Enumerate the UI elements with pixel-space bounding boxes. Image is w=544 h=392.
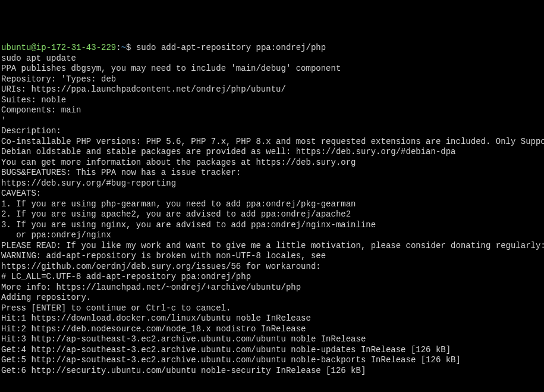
output-line: PLEASE READ: If you like my work and wan… (1, 241, 543, 252)
output-line: ' (1, 116, 543, 127)
output-line: Press [ENTER] to continue or Ctrl-c to c… (1, 303, 543, 314)
output-line: 3. If you are using nginx, you are advis… (1, 220, 543, 231)
output-line: PPA publishes dbgsym, you may need to in… (1, 64, 543, 74)
prompt-at: @ (31, 43, 36, 52)
output-line: https://deb.sury.org/#bug-reporting (1, 178, 543, 189)
output-line: WARNING: add-apt-repository is broken wi… (1, 251, 543, 262)
prompt-host: ip-172-31-43-229 (36, 43, 116, 52)
terminal-output: sudo apt updatePPA publishes dbgsym, you… (1, 54, 543, 377)
output-line: BUGS&FEATURES: This PPA now has a issue … (1, 168, 543, 178)
output-line: 1. If you are using php-gearman, you nee… (1, 199, 543, 210)
output-line: Hit:2 https://deb.nodesource.com/node_18… (1, 324, 543, 335)
output-line: Debian oldstable and stable packages are… (1, 147, 543, 158)
output-line: Adding repository. (1, 293, 543, 303)
output-line: or ppa:ondrej/nginx (1, 230, 543, 241)
output-line: Hit:1 https://download.docker.com/linux/… (1, 313, 543, 324)
output-line: Hit:3 http://ap-southeast-3.ec2.archive.… (1, 334, 543, 345)
prompt-path: ~ (121, 43, 126, 52)
output-line: Get:5 http://ap-southeast-3.ec2.archive.… (1, 355, 543, 366)
prompt-user: ubuntu (1, 43, 31, 52)
output-line: You can get more information about the p… (1, 158, 543, 168)
output-line: Get:4 http://ap-southeast-3.ec2.archive.… (1, 345, 543, 356)
typed-command: sudo add-apt-repository ppa:ondrej/php (136, 43, 326, 52)
output-line: https://github.com/oerdnj/deb.sury.org/i… (1, 262, 543, 272)
output-line: More info: https://launchpad.net/~ondrej… (1, 283, 543, 293)
output-line: Suites: noble (1, 95, 543, 106)
output-line: Components: main (1, 105, 543, 116)
output-line: Get:6 http://security.ubuntu.com/ubuntu … (1, 366, 543, 377)
output-line: URIs: https://ppa.launchpadcontent.net/o… (1, 84, 543, 95)
output-line: 2. If you are using apache2, you are adv… (1, 209, 543, 220)
output-line: sudo apt update (1, 54, 543, 64)
prompt-colon: : (116, 43, 121, 52)
output-line: Repository: 'Types: deb (1, 74, 543, 85)
output-line: CAVEATS: (1, 189, 543, 199)
output-line: Co-installable PHP versions: PHP 5.6, PH… (1, 137, 543, 148)
output-line: Description: (1, 126, 543, 137)
output-line: # LC_ALL=C.UTF-8 add-apt-repository ppa:… (1, 272, 543, 283)
prompt-separator: $ (126, 43, 136, 52)
prompt-line[interactable]: ubuntu@ip-172-31-43-229:~$ sudo add-apt-… (1, 43, 543, 54)
